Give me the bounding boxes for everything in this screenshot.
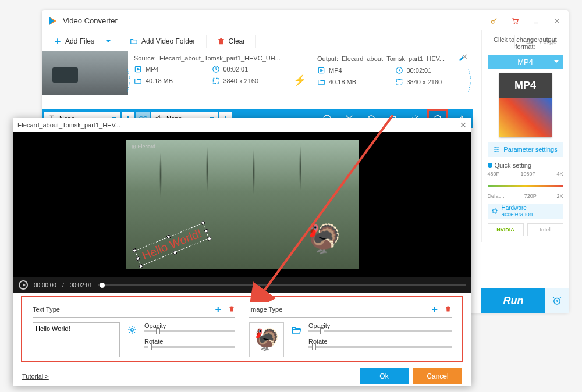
ok-button[interactable]: Ok xyxy=(360,368,409,384)
chevron-down-icon xyxy=(554,60,559,63)
nvidia-badge: NVIDIA xyxy=(488,223,524,236)
plus-icon xyxy=(54,37,62,45)
parameter-settings-button[interactable]: Parameter settings xyxy=(488,142,563,157)
text-watermark-column: Text Type + Hello World! Opacity Rotate xyxy=(33,305,235,357)
folder-size-icon xyxy=(317,78,325,86)
seek-bar[interactable] xyxy=(98,284,466,286)
text-type-label: Text Type xyxy=(33,306,60,313)
text-opacity-slider[interactable] xyxy=(144,330,235,332)
clock-icon xyxy=(212,65,220,73)
play-button[interactable] xyxy=(19,280,28,290)
seek-knob[interactable] xyxy=(100,283,105,288)
image-watermark-column: Image Type + 🦃 Opacity Rotate xyxy=(249,305,452,357)
clear-button[interactable]: Clear xyxy=(211,33,251,49)
resize-handle[interactable] xyxy=(132,248,137,253)
tutorial-link[interactable]: Tutorial > xyxy=(22,373,49,380)
image-rotate-slider[interactable] xyxy=(308,346,452,348)
video-thumbnail[interactable] xyxy=(42,51,128,95)
quality-slider[interactable] xyxy=(488,179,563,193)
remove-item-button[interactable]: ✕ xyxy=(462,52,468,61)
image-opacity-slider[interactable] xyxy=(308,330,452,332)
svg-marker-11 xyxy=(137,68,140,70)
alarm-icon xyxy=(552,295,562,306)
app-logo-icon xyxy=(48,16,58,26)
folder-size-icon xyxy=(134,77,142,85)
rotate-label: Rotate xyxy=(308,338,452,345)
trash-icon xyxy=(217,37,225,45)
browse-image-button[interactable] xyxy=(291,325,301,337)
key-icon[interactable] xyxy=(488,15,500,27)
lightning-icon: ⚡ xyxy=(293,74,306,87)
delete-text-watermark-button[interactable] xyxy=(228,305,235,313)
intel-badge: Intel xyxy=(527,223,563,236)
svg-marker-15 xyxy=(321,69,323,72)
add-text-watermark-button[interactable]: + xyxy=(215,305,221,313)
cancel-button[interactable]: Cancel xyxy=(413,368,462,384)
svg-marker-1 xyxy=(49,17,54,25)
app-title: Video Converter xyxy=(63,16,479,25)
text-rotate-slider[interactable] xyxy=(144,346,235,348)
image-watermark-overlay[interactable]: 🦃 xyxy=(304,218,345,259)
quick-setting: Quick setting 480P1080P4K Default720P2K xyxy=(488,162,563,199)
trash-icon xyxy=(445,305,452,312)
svg-point-3 xyxy=(514,23,514,23)
output-info: ✕ Output: Elecard_about_Tomsk_part1_HEV.… xyxy=(311,51,471,109)
resize-handle[interactable] xyxy=(201,220,205,225)
watermark-image-preview: 🦃 xyxy=(249,322,284,357)
format-icon xyxy=(134,65,142,73)
time-current: 00:00:00 xyxy=(34,282,56,288)
source-info: Source: Elecard_about_Tomsk_part1_HEVC_U… xyxy=(128,51,288,109)
run-button[interactable]: Run xyxy=(481,288,545,313)
resize-handle[interactable] xyxy=(139,264,143,269)
output-filename: Elecard_about_Tomsk_part1_HEV... xyxy=(342,55,452,62)
folder-open-icon xyxy=(291,325,301,335)
modal-footer: Tutorial > Ok Cancel xyxy=(13,366,471,386)
chevron-right-icon xyxy=(127,66,132,94)
delete-image-watermark-button[interactable] xyxy=(445,305,452,313)
minimize-button[interactable] xyxy=(530,15,542,27)
source-filename: Elecard_about_Tomsk_part1_HEVC_UH... xyxy=(159,55,282,62)
close-button[interactable] xyxy=(551,15,563,27)
resize-handle[interactable] xyxy=(136,256,140,261)
svg-point-2 xyxy=(491,20,494,23)
resolution-icon xyxy=(395,78,403,86)
schedule-button[interactable] xyxy=(545,288,569,313)
video-preview: ⊞ Elecard Hello World! 🦃 xyxy=(13,132,471,277)
format-thumbnail[interactable]: MP4 xyxy=(499,73,552,137)
output-format-panel: Click to change output format: MP4 MP4 P… xyxy=(481,30,569,242)
watermark-settings-panel: Text Type + Hello World! Opacity Rotate … xyxy=(21,296,463,362)
modal-title-text: Elecard_about_Tomsk_part1_HEV... xyxy=(17,122,120,129)
text-watermark-overlay[interactable]: Hello World! xyxy=(134,223,209,266)
playback-bar: 00:00:00/00:02:01 xyxy=(13,277,471,293)
video-brand-overlay: ⊞ Elecard xyxy=(132,144,155,149)
hardware-accel-button[interactable]: Hardware acceleration xyxy=(488,204,563,219)
add-files-button[interactable]: Add Files xyxy=(48,33,100,49)
format-selector[interactable]: MP4 xyxy=(488,55,563,69)
trash-icon xyxy=(228,305,235,312)
add-image-watermark-button[interactable]: + xyxy=(431,305,438,313)
resize-handle[interactable] xyxy=(204,229,208,233)
clock-icon xyxy=(395,66,403,74)
resize-handle[interactable] xyxy=(207,236,211,241)
svg-point-4 xyxy=(517,23,517,23)
resize-handle[interactable] xyxy=(173,250,178,255)
chip-icon xyxy=(491,208,498,215)
watermark-editor-modal: Elecard_about_Tomsk_part1_HEV... ✕ ⊞ Ele… xyxy=(13,118,471,386)
modal-close-button[interactable]: ✕ xyxy=(460,120,467,130)
dot-icon xyxy=(488,163,492,168)
text-style-button[interactable] xyxy=(127,325,137,335)
change-format-label: Click to change output format: xyxy=(488,36,563,50)
rotate-label: Rotate xyxy=(144,338,235,345)
image-type-label: Image Type xyxy=(249,306,282,313)
preview-frame[interactable]: ⊞ Elecard Hello World! 🦃 xyxy=(126,140,359,269)
cart-icon[interactable] xyxy=(509,15,521,27)
watermark-text-input[interactable]: Hello World! xyxy=(33,322,120,357)
add-files-dropdown-icon[interactable] xyxy=(106,40,111,42)
svg-rect-17 xyxy=(396,79,402,84)
svg-point-23 xyxy=(131,329,134,332)
svg-rect-13 xyxy=(213,78,218,83)
titlebar: Video Converter xyxy=(42,10,569,31)
resolution-icon xyxy=(212,77,220,85)
modal-titlebar: Elecard_about_Tomsk_part1_HEV... ✕ xyxy=(13,118,471,132)
add-folder-button[interactable]: Add Video Folder xyxy=(124,33,201,49)
